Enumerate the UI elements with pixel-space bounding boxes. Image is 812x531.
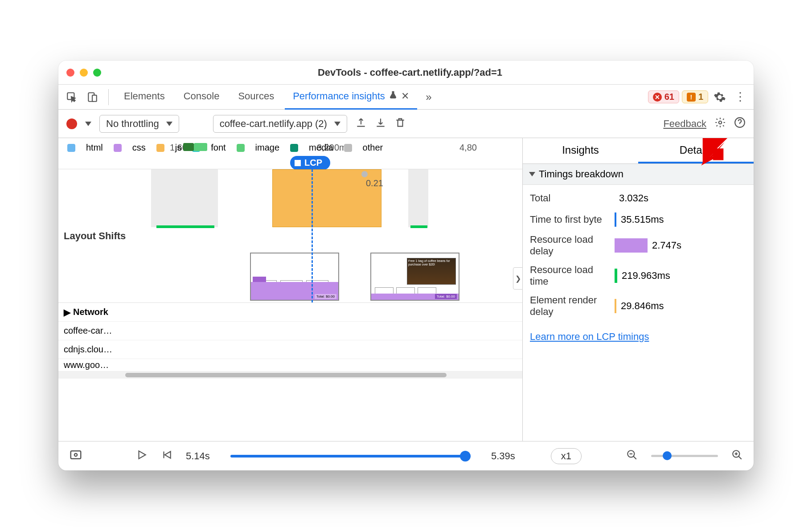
devtools-tabbar: Elements Console Sources Performance ins… — [58, 85, 754, 110]
timing-bar — [615, 238, 648, 253]
learn-more-row: Learn more on LCP timings — [523, 324, 754, 350]
zoom-in-icon[interactable] — [731, 449, 743, 463]
learn-more-link[interactable]: Learn more on LCP timings — [530, 331, 649, 342]
tab-details[interactable]: Details — [638, 138, 754, 163]
svg-point-6 — [74, 453, 77, 456]
current-time: 5.14s — [186, 450, 210, 462]
perf-toolbar: No throttling coffee-cart.netlify.app (2… — [58, 110, 754, 138]
timing-value: 2.747s — [652, 240, 681, 251]
request-host: cdnjs.clou… — [58, 344, 139, 355]
thumb-promo-text: Free 1 bag of coffee beans for purchase … — [407, 258, 455, 267]
record-options-icon[interactable] — [85, 122, 91, 126]
svg-rect-2 — [92, 95, 97, 101]
import-icon[interactable] — [375, 117, 386, 131]
settings-icon[interactable] — [711, 88, 729, 106]
horizontal-scrollbar[interactable] — [58, 372, 522, 379]
warning-badge[interactable]: ! 1 — [682, 90, 708, 103]
timing-row: Total3.032s — [523, 188, 754, 209]
tab-performance-insights[interactable]: Performance insights ✕ — [285, 85, 417, 110]
devtools-window: DevTools - coffee-cart.netlify.app/?ad=1… — [58, 61, 754, 470]
legend-swatch-js — [156, 144, 164, 152]
playback-footer: 5.14s 5.39s x1 — [58, 441, 754, 470]
section-title: Timings breakdown — [539, 168, 623, 180]
timing-bar — [615, 269, 617, 283]
throttling-select[interactable]: No throttling — [99, 115, 179, 133]
stop-icon — [295, 160, 301, 166]
legend-swatch-css — [114, 144, 122, 152]
network-request-row[interactable]: coffee-car… — [58, 322, 522, 340]
help-icon[interactable] — [734, 117, 746, 131]
timing-rows: Total3.032sTime to first byte35.515msRes… — [523, 185, 754, 324]
error-count: 61 — [664, 92, 674, 102]
minimize-window-icon[interactable] — [80, 69, 88, 77]
close-window-icon[interactable] — [66, 69, 74, 77]
timing-key: Resource load time — [530, 264, 610, 287]
zoom-slider[interactable] — [651, 455, 718, 457]
playback-slider[interactable] — [223, 455, 478, 457]
export-icon[interactable] — [355, 117, 367, 131]
legend-swatch-other — [344, 144, 352, 152]
play-icon[interactable] — [136, 449, 148, 463]
rewind-icon[interactable] — [161, 449, 172, 463]
inspect-element-icon[interactable] — [63, 88, 81, 106]
tab-sources[interactable]: Sources — [230, 85, 282, 110]
thumb-total-label: Total: $0.00 — [435, 294, 457, 299]
playhead[interactable] — [312, 169, 313, 302]
timing-value: 35.515ms — [621, 214, 664, 225]
layout-shifts-lane: Layout Shifts 0.21 — [58, 169, 522, 303]
preview-toggle-icon[interactable] — [69, 448, 82, 464]
chevron-down-icon — [166, 122, 172, 126]
legend-swatch-html — [67, 144, 75, 152]
cls-marker[interactable] — [361, 171, 368, 177]
chevron-down-icon — [334, 122, 340, 126]
collapse-sidebar-icon[interactable]: ❯ — [513, 267, 523, 290]
tab-insights[interactable]: Insights — [523, 138, 638, 163]
annotation-arrow-icon — [697, 138, 729, 171]
delete-icon[interactable] — [394, 117, 406, 131]
panel-body: 1,600ms 3,200ms 4,80 LCP Layout Shifts — [58, 138, 754, 441]
tab-elements[interactable]: Elements — [116, 85, 173, 110]
error-icon: ✕ — [653, 93, 662, 102]
network-request-row[interactable]: www.goo… — [58, 359, 522, 372]
target-select[interactable]: coffee-cart.netlify.app (2) — [213, 115, 347, 133]
lcp-marker[interactable]: LCP — [290, 156, 330, 170]
legend-swatch-media — [290, 144, 298, 152]
window-title: DevTools - coffee-cart.netlify.app/?ad=1 — [110, 67, 710, 78]
timing-key: Resource load delay — [530, 234, 610, 257]
close-tab-icon[interactable]: ✕ — [401, 90, 409, 102]
overview-track[interactable]: 0.21 Total: $0.00 Free 1 bag of coff — [139, 169, 522, 302]
error-badge[interactable]: ✕ 61 — [648, 90, 679, 103]
titlebar: DevTools - coffee-cart.netlify.app/?ad=1 — [58, 61, 754, 85]
network-header-row: ▶ Network html css js font image media o… — [58, 303, 522, 322]
ruler-tick: 4,80 — [459, 143, 477, 153]
record-button[interactable] — [66, 118, 77, 129]
tab-performance-insights-label: Performance insights — [293, 90, 385, 102]
screenshot-thumb[interactable]: Free 1 bag of coffee beans for purchase … — [370, 253, 459, 301]
chevron-right-icon: ▶ — [64, 307, 70, 318]
chevron-down-icon — [529, 172, 535, 176]
timing-value: 29.846ms — [621, 300, 664, 312]
request-host: www.goo… — [58, 360, 139, 370]
screenshot-thumb[interactable]: Total: $0.00 — [250, 253, 339, 301]
warning-count: 1 — [698, 92, 703, 102]
lcp-label: LCP — [304, 158, 322, 168]
svg-rect-5 — [71, 451, 81, 459]
device-toolbar-icon[interactable] — [83, 88, 101, 106]
network-request-row[interactable]: cdnjs.clou… — [58, 340, 522, 359]
network-legend: html css js font image media other — [67, 143, 383, 153]
timing-row: Resource load delay2.747s — [523, 230, 754, 261]
playback-speed[interactable]: x1 — [551, 448, 582, 464]
maximize-window-icon[interactable] — [93, 69, 101, 77]
request-host: coffee-car… — [58, 326, 139, 336]
timing-row: Element render delay29.846ms — [523, 291, 754, 321]
tab-console[interactable]: Console — [176, 85, 228, 110]
zoom-out-icon[interactable] — [626, 449, 638, 463]
svg-point-3 — [719, 121, 722, 124]
network-lane-label[interactable]: ▶ Network — [58, 307, 139, 318]
kebab-menu-icon[interactable]: ⋮ — [731, 88, 749, 106]
timing-key: Element render delay — [530, 294, 610, 318]
more-tabs-icon[interactable]: » — [420, 88, 438, 106]
panel-settings-icon[interactable] — [714, 117, 726, 131]
traffic-lights — [66, 69, 101, 77]
feedback-link[interactable]: Feedback — [663, 118, 706, 130]
